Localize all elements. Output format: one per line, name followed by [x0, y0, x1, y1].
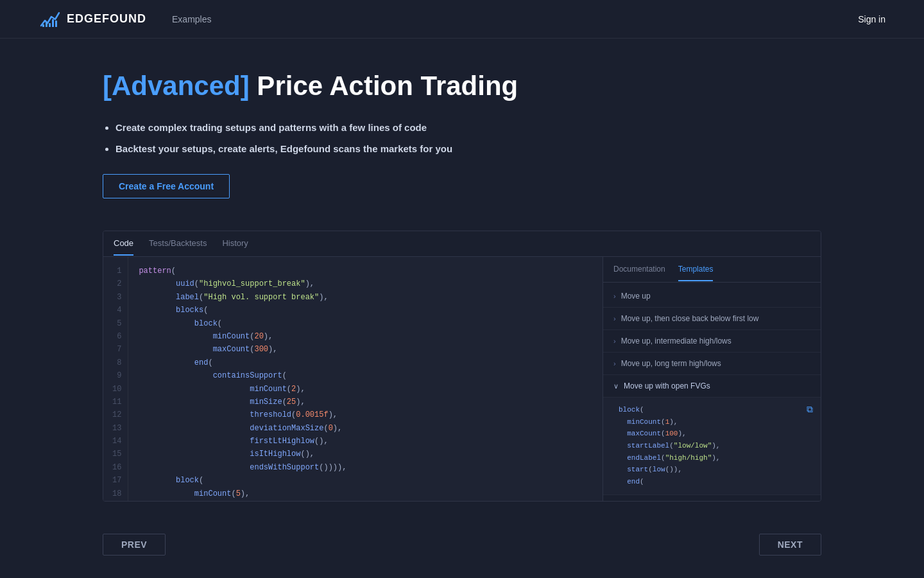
chevron-right-icon: › [613, 360, 616, 367]
list-item[interactable]: › Move up, intermediate high/lows [603, 330, 821, 353]
cta-button[interactable]: Create a Free Account [103, 174, 230, 198]
logo-text: EDGEFOUND [67, 12, 146, 26]
template-label: Move up, then close back below first low [621, 314, 759, 323]
line-numbers: 12345 678910 1112131415 1617181920 21222… [103, 257, 128, 501]
code-content: pattern( uuid("highvol_support_break"), … [128, 257, 603, 501]
list-item-expanded[interactable]: ∨ Move up with open FVGs [603, 375, 821, 398]
template-label: Move up with open FVGs [624, 381, 710, 390]
template-label: Move up, long term high/lows [621, 359, 721, 368]
doc-tab-documentation[interactable]: Documentation [613, 258, 665, 281]
templates-list: › Move up › Move up, then close back bel… [603, 283, 821, 501]
svg-rect-4 [55, 21, 57, 27]
chevron-down-icon: ∨ [613, 382, 619, 390]
template-label: Move up, intermediate high/lows [621, 337, 732, 346]
tab-code[interactable]: Code [114, 232, 133, 256]
prev-button[interactable]: PREV [103, 534, 166, 556]
sign-in-button[interactable]: Sign in [858, 14, 886, 24]
editor-layout: 12345 678910 1112131415 1617181920 21222… [103, 257, 821, 501]
copy-icon[interactable]: ⧉ [807, 403, 813, 418]
svg-rect-3 [52, 19, 54, 27]
next-button[interactable]: NEXT [759, 534, 821, 556]
chevron-right-icon: › [613, 315, 616, 322]
list-item[interactable]: › Move up, long term high/lows [603, 353, 821, 375]
nav-left: EDGEFOUND Examples [38, 8, 211, 31]
examples-link[interactable]: Examples [172, 14, 211, 24]
tab-tests[interactable]: Tests/Backtests [149, 232, 207, 256]
template-code-block: ⧉ block( minCount(1), maxCount(100), sta… [603, 398, 821, 495]
feature-item-2: Backtest your setups, create alerts, Edg… [116, 142, 821, 157]
feature-item-1: Create complex trading setups and patter… [116, 121, 821, 136]
page-title: [Advanced] Price Action Trading [103, 71, 821, 101]
title-advanced: [Advanced] [103, 71, 250, 101]
svg-rect-2 [49, 23, 51, 27]
list-item[interactable]: › Move up [603, 285, 821, 308]
code-panel: Code Tests/Backtests History 12345 67891… [103, 231, 821, 502]
navbar: EDGEFOUND Examples Sign in [0, 0, 924, 39]
doc-tab-templates[interactable]: Templates [678, 258, 714, 281]
feature-list: Create complex trading setups and patter… [103, 121, 821, 156]
tab-bar: Code Tests/Backtests History [103, 231, 821, 257]
list-item[interactable]: › Move up, then close back below first l… [603, 308, 821, 330]
title-rest: Price Action Trading [250, 71, 518, 101]
chevron-right-icon: › [613, 337, 616, 345]
chevron-right-icon: › [613, 292, 616, 300]
doc-tab-bar: Documentation Templates [603, 257, 821, 283]
template-label: Move up [621, 292, 651, 301]
bottom-nav: PREV NEXT [0, 521, 924, 568]
code-editor: 12345 678910 1112131415 1617181920 21222… [103, 257, 603, 501]
doc-sidebar: Documentation Templates › Move up › Move… [603, 257, 821, 501]
svg-rect-1 [46, 22, 47, 27]
logo-icon [38, 8, 62, 31]
tab-history[interactable]: History [222, 232, 248, 256]
svg-rect-0 [42, 24, 44, 27]
hero-section: [Advanced] Price Action Trading Create c… [0, 39, 924, 218]
logo-area: EDGEFOUND [38, 8, 146, 31]
